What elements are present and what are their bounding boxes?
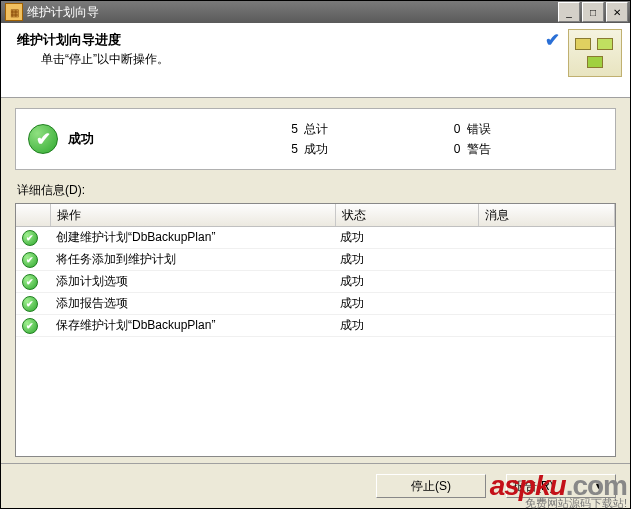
summary-panel: ✔ 成功 5 总计 5 成功 0 错误	[15, 108, 616, 170]
row-status: 成功	[334, 295, 476, 312]
row-operation: 保存维护计划“DbBackupPlan”	[50, 317, 334, 334]
window-buttons: _ □ ✕	[558, 2, 628, 22]
header-subtitle: 单击“停止”以中断操作。	[41, 51, 614, 68]
row-status: 成功	[334, 229, 476, 246]
details-table: 操作 状态 消息 ✔创建维护计划“DbBackupPlan”成功✔将任务添加到维…	[15, 203, 616, 457]
minimize-button[interactable]: _	[558, 2, 580, 22]
stat-success: 5 成功	[278, 139, 441, 159]
header-title: 维护计划向导进度	[17, 31, 614, 49]
content-area: ✔ 成功 5 总计 5 成功 0 错误	[1, 98, 630, 463]
summary-stats: 5 总计 5 成功 0 错误 0 警告	[278, 119, 603, 159]
chevron-down-icon: ▼	[594, 481, 609, 491]
col-operation[interactable]: 操作	[51, 204, 336, 226]
stat-error: 0 错误	[441, 119, 604, 139]
report-button[interactable]: 报告(R) ▼	[506, 474, 616, 498]
success-icon: ✔	[28, 124, 58, 154]
row-status-icon: ✔	[16, 318, 50, 334]
table-body: ✔创建维护计划“DbBackupPlan”成功✔将任务添加到维护计划成功✔添加计…	[16, 227, 615, 456]
details-label: 详细信息(D):	[17, 182, 616, 199]
summary-status: 成功	[68, 130, 278, 148]
table-row[interactable]: ✔添加计划选项成功	[16, 271, 615, 293]
row-status-icon: ✔	[16, 230, 50, 246]
table-row[interactable]: ✔将任务添加到维护计划成功	[16, 249, 615, 271]
maximize-button[interactable]: □	[582, 2, 604, 22]
close-button[interactable]: ✕	[606, 2, 628, 22]
col-message[interactable]: 消息	[479, 204, 615, 226]
table-row[interactable]: ✔保存维护计划“DbBackupPlan”成功	[16, 315, 615, 337]
row-status-icon: ✔	[16, 252, 50, 268]
button-row: 停止(S) 报告(R) ▼	[1, 463, 630, 508]
app-icon: ▦	[5, 3, 23, 21]
row-status-icon: ✔	[16, 296, 50, 312]
header-checkmark-icon: ✔	[545, 29, 560, 51]
row-operation: 添加报告选项	[50, 295, 334, 312]
row-operation: 创建维护计划“DbBackupPlan”	[50, 229, 334, 246]
row-status: 成功	[334, 317, 476, 334]
titlebar: ▦ 维护计划向导 _ □ ✕	[1, 1, 630, 23]
wizard-window: ▦ 维护计划向导 _ □ ✕ 维护计划向导进度 单击“停止”以中断操作。 ✔ ✔…	[0, 0, 631, 509]
row-status: 成功	[334, 251, 476, 268]
row-status: 成功	[334, 273, 476, 290]
stop-button[interactable]: 停止(S)	[376, 474, 486, 498]
row-status-icon: ✔	[16, 274, 50, 290]
col-status[interactable]: 状态	[336, 204, 479, 226]
table-header: 操作 状态 消息	[16, 204, 615, 227]
stat-warning: 0 警告	[441, 139, 604, 159]
table-row[interactable]: ✔添加报告选项成功	[16, 293, 615, 315]
wizard-header: 维护计划向导进度 单击“停止”以中断操作。 ✔	[1, 23, 630, 98]
row-operation: 添加计划选项	[50, 273, 334, 290]
col-icon[interactable]	[16, 204, 51, 226]
header-graphic-icon	[568, 29, 622, 77]
row-operation: 将任务添加到维护计划	[50, 251, 334, 268]
stat-total: 5 总计	[278, 119, 441, 139]
table-row[interactable]: ✔创建维护计划“DbBackupPlan”成功	[16, 227, 615, 249]
window-title: 维护计划向导	[27, 4, 558, 21]
